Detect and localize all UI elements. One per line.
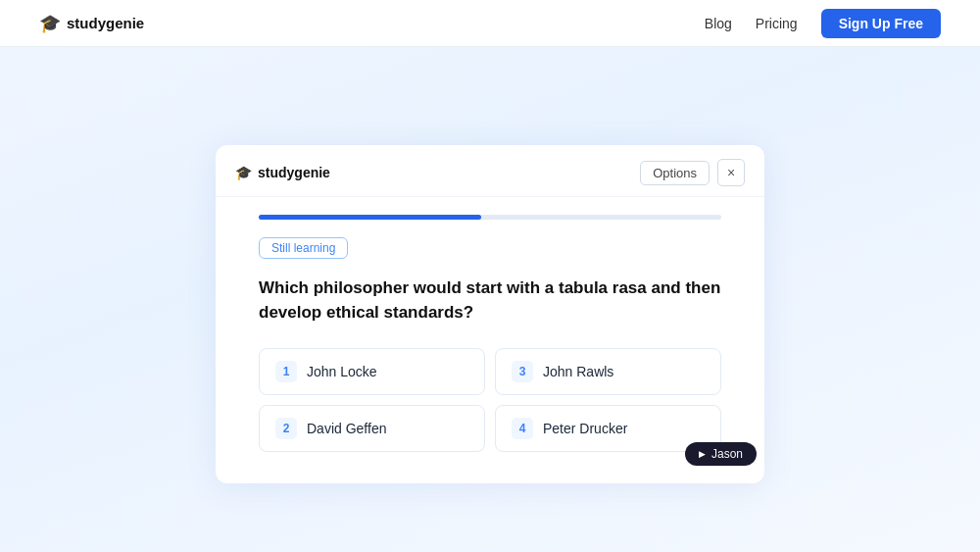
progress-fill [259, 215, 481, 220]
close-button[interactable]: × [717, 159, 745, 186]
choice-3-num: 3 [512, 361, 533, 382]
choice-4-label: Peter Drucker [543, 421, 627, 436]
card-header: 🎓 studygenie Options × [216, 145, 764, 197]
card-logo: 🎓 studygenie [235, 165, 330, 180]
logo-icon: 🎓 [39, 13, 61, 34]
choice-3[interactable]: 3 John Rawls [495, 348, 721, 395]
choice-1-label: John Locke [307, 364, 377, 379]
card-logo-text: studygenie [258, 165, 330, 180]
main-content: 🎓 studygenie Options × Still learning Wh… [0, 47, 980, 483]
nav-logo: 🎓 studygenie [39, 13, 144, 34]
nav-links: Blog Pricing [705, 16, 798, 31]
choice-3-label: John Rawls [543, 364, 613, 379]
navbar: 🎓 studygenie Blog Pricing Sign Up Free [0, 0, 980, 47]
quiz-card: 🎓 studygenie Options × Still learning Wh… [216, 145, 764, 483]
progress-track [259, 215, 721, 220]
card-body: Still learning Which philosopher would s… [216, 197, 764, 483]
choice-2-label: David Geffen [307, 421, 386, 436]
card-logo-icon: 🎓 [235, 165, 252, 180]
choice-1[interactable]: 1 John Locke [259, 348, 485, 395]
card-header-actions: Options × [640, 159, 745, 186]
choice-4-num: 4 [512, 418, 533, 439]
options-button[interactable]: Options [640, 161, 710, 185]
nav-link-blog[interactable]: Blog [705, 16, 732, 31]
choice-1-num: 1 [275, 361, 297, 382]
signup-button[interactable]: Sign Up Free [821, 9, 941, 38]
question-text: Which philosopher would start with a tab… [259, 276, 721, 325]
choice-2[interactable]: 2 David Geffen [259, 405, 485, 452]
logo-text: studygenie [67, 15, 144, 31]
choice-2-num: 2 [275, 418, 297, 439]
answer-choices: 1 John Locke 3 John Rawls 2 David Geffen… [259, 348, 721, 452]
status-tag: Still learning [259, 237, 348, 259]
user-bubble: Jason [685, 442, 757, 466]
nav-link-pricing[interactable]: Pricing [756, 16, 798, 31]
